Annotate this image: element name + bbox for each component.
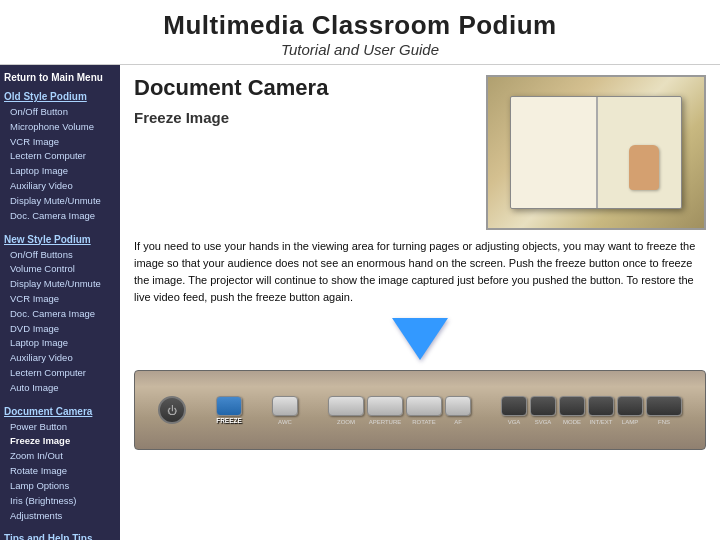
panel-zoom-group: ZOOM: [328, 396, 364, 425]
end-label: FNS: [658, 419, 670, 425]
sidebar-item-doc-old[interactable]: Doc. Camera Image: [4, 209, 116, 224]
panel-lamp-group: LAMP: [617, 396, 643, 425]
sidebar-item-iris[interactable]: Iris (Brightness): [4, 494, 116, 509]
vga-label: VGA: [508, 419, 521, 425]
mode-label: MODE: [563, 419, 581, 425]
zoom-label: ZOOM: [337, 419, 355, 425]
panel-freeze-btn: [216, 396, 242, 416]
panel-aperture-btn: [367, 396, 403, 416]
freeze-label: FREEZE: [216, 417, 242, 424]
panel-rotate-btn: [406, 396, 442, 416]
sidebar-item-onoff-old[interactable]: On/Off Button: [4, 105, 116, 120]
intext-label: INT/EXT: [589, 419, 612, 425]
sidebar-item-doc-new[interactable]: Doc. Camera Image: [4, 307, 116, 322]
panel-end-group: FNS: [646, 396, 682, 425]
panel-power-button: ⏻: [158, 396, 186, 424]
sidebar-item-volume[interactable]: Volume Control: [4, 262, 116, 277]
sidebar-item-mute-old[interactable]: Display Mute/Unmute: [4, 194, 116, 209]
sidebar-item-tips[interactable]: Tips and Help Tips: [4, 532, 116, 540]
return-to-main-menu[interactable]: Return to Main Menu: [4, 71, 116, 84]
heading-area: Document Camera Freeze Image: [134, 75, 474, 126]
aperture-label: APERTURE: [369, 419, 402, 425]
lamp-label: LAMP: [622, 419, 638, 425]
sidebar-item-rotate[interactable]: Rotate Image: [4, 464, 116, 479]
sidebar-item-lectern-old[interactable]: Lectern Computer: [4, 149, 116, 164]
panel-lamp-btn: [617, 396, 643, 416]
sidebar-item-laptop-new[interactable]: Laptop Image: [4, 336, 116, 351]
sidebar-item-auto[interactable]: Auto Image: [4, 381, 116, 396]
sidebar-section-new-podium[interactable]: New Style Podium: [4, 233, 116, 246]
panel-zoom-btn: [328, 396, 364, 416]
sidebar-item-laptop-old[interactable]: Laptop Image: [4, 164, 116, 179]
sidebar: Return to Main Menu Old Style Podium On/…: [0, 65, 120, 540]
content-subheading: Freeze Image: [134, 109, 474, 126]
panel-group-awc: AWC: [272, 396, 298, 425]
panel-awc-btn: [272, 396, 298, 416]
awc-label: AWC: [278, 419, 292, 425]
af-label: AF: [454, 419, 462, 425]
sidebar-item-vcr-new[interactable]: VCR Image: [4, 292, 116, 307]
book-simulation: [510, 96, 683, 209]
panel-aperture-group: APERTURE: [367, 396, 403, 425]
content-area: Document Camera Freeze Image If you need…: [120, 65, 720, 540]
panel-rotate-group: ROTATE: [406, 396, 442, 425]
content-heading: Document Camera: [134, 75, 474, 101]
down-arrow-icon: [392, 318, 448, 360]
sidebar-item-vcr[interactable]: VCR Image: [4, 135, 116, 150]
doc-camera-photo: [486, 75, 706, 230]
panel-vga-btn: [501, 396, 527, 416]
sidebar-item-freeze[interactable]: Freeze Image: [4, 434, 116, 449]
panel-af-group: AF: [445, 396, 471, 425]
panel-group-zoom: ZOOM APERTURE ROTATE AF: [328, 396, 471, 425]
panel-af-btn: [445, 396, 471, 416]
sidebar-item-mute-new[interactable]: Display Mute/Unmute: [4, 277, 116, 292]
header: Multimedia Classroom Podium Tutorial and…: [0, 0, 720, 65]
rotate-label: ROTATE: [412, 419, 435, 425]
panel-group-right: VGA SVGA MODE INT/EXT LAMP: [501, 396, 682, 425]
sidebar-item-lamp[interactable]: Lamp Options: [4, 479, 116, 494]
sidebar-item-aux-new[interactable]: Auxiliary Video: [4, 351, 116, 366]
sidebar-item-mic-vol[interactable]: Microphone Volume: [4, 120, 116, 135]
panel-end-btn: [646, 396, 682, 416]
panel-mode-btn: [559, 396, 585, 416]
doc-camera-image-inner: [488, 77, 704, 228]
sidebar-item-zoom[interactable]: Zoom In/Out: [4, 449, 116, 464]
panel-intext-group: INT/EXT: [588, 396, 614, 425]
page-title: Multimedia Classroom Podium: [0, 10, 720, 41]
panel-intext-btn: [588, 396, 614, 416]
sidebar-item-aux-old[interactable]: Auxiliary Video: [4, 179, 116, 194]
sidebar-item-dvd[interactable]: DVD Image: [4, 322, 116, 337]
content-top-row: Document Camera Freeze Image: [134, 75, 706, 230]
sidebar-section-old-podium[interactable]: Old Style Podium: [4, 90, 116, 103]
page-subtitle: Tutorial and User Guide: [0, 41, 720, 58]
panel-group-freeze: FREEZE: [216, 396, 242, 424]
svga-label: SVGA: [535, 419, 552, 425]
sidebar-item-lectern-new[interactable]: Lectern Computer: [4, 366, 116, 381]
main-layout: Return to Main Menu Old Style Podium On/…: [0, 65, 720, 540]
sidebar-section-doc-camera[interactable]: Document Camera: [4, 405, 116, 418]
panel-group-power: ⏻: [158, 396, 186, 424]
panel-svga-btn: [530, 396, 556, 416]
panel-svga-group: SVGA: [530, 396, 556, 425]
panel-vga-group: VGA: [501, 396, 527, 425]
content-body-text: If you need to use your hands in the vie…: [134, 238, 706, 306]
control-panel-image: ⏻ FREEZE AWC ZOOM APERTURE: [134, 370, 706, 450]
sidebar-item-adjustments[interactable]: Adjustments: [4, 509, 116, 524]
arrow-container: [134, 318, 706, 360]
panel-mode-group: MODE: [559, 396, 585, 425]
sidebar-item-power-btn[interactable]: Power Button: [4, 420, 116, 435]
hand-simulation: [629, 145, 659, 190]
sidebar-item-onoff-new[interactable]: On/Off Buttons: [4, 248, 116, 263]
